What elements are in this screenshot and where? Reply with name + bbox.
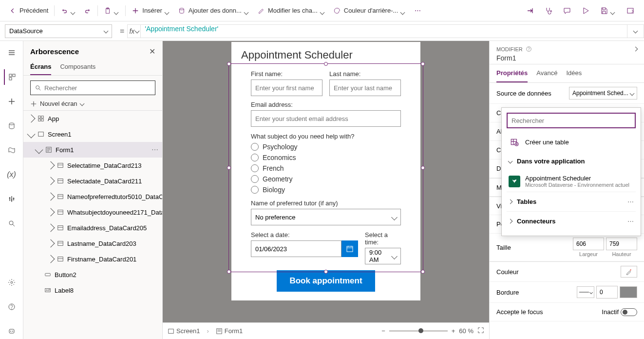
time-select[interactable]: 9:00 AM	[365, 248, 401, 264]
width-input[interactable]	[573, 238, 604, 250]
preview-button[interactable]	[577, 5, 594, 17]
border-style-select[interactable]	[577, 286, 594, 298]
tree-node-datacard[interactable]: Selectatime_DataCard213	[23, 158, 162, 173]
property-selector[interactable]: DataSource	[5, 24, 112, 38]
height-input[interactable]	[606, 238, 637, 250]
tree-node-label8[interactable]: Label8	[23, 282, 162, 298]
close-tree-button[interactable]: ✕	[149, 47, 155, 56]
publish-button[interactable]	[622, 5, 639, 17]
rail-tree[interactable]	[4, 69, 19, 85]
bg-color-button[interactable]: Couleur d'arrière-...	[329, 5, 410, 17]
add-data-button[interactable]: Ajouter des donn...	[174, 5, 253, 17]
back-button[interactable]: Précédent	[5, 5, 52, 17]
ellipsis-icon[interactable]: ⋯	[627, 198, 634, 205]
rail-settings[interactable]	[4, 275, 19, 290]
artboard[interactable]: Appointment Scheduler First	[231, 42, 420, 300]
border-width-input[interactable]	[596, 286, 618, 299]
tree-search[interactable]	[30, 80, 155, 95]
book-appointment-button[interactable]: Book appointment	[277, 270, 375, 292]
subject-option[interactable]: Economics	[251, 154, 401, 161]
zoom-in[interactable]: +	[452, 327, 455, 335]
chevron-right-icon[interactable]	[633, 47, 638, 52]
formula-expand[interactable]	[627, 24, 644, 38]
edit-fields-button[interactable]: Modifier les cha...	[253, 5, 329, 17]
tab-screens[interactable]: Écrans	[30, 59, 51, 75]
lastname-input[interactable]	[329, 80, 401, 96]
rail-search[interactable]	[4, 216, 19, 231]
tab-ideas[interactable]: Idées	[566, 64, 582, 82]
tree-node-datacard[interactable]: Nameofpreferredtutor5010_DataCard	[23, 189, 162, 204]
radio-input[interactable]	[251, 164, 259, 172]
tab-components[interactable]: Composants	[60, 59, 95, 75]
date-input[interactable]	[251, 240, 341, 257]
ds-item-appointment[interactable]: Appointment Scheduler Microsoft Datavers…	[507, 171, 636, 192]
ds-search[interactable]	[507, 113, 636, 128]
redo-button[interactable]	[80, 5, 95, 17]
zoom-control[interactable]: − + 60 %	[381, 327, 484, 335]
more-icon[interactable]: ⋯	[152, 146, 158, 154]
fx-button[interactable]: fx	[127, 24, 141, 38]
formula-input[interactable]: 'Appointment Scheduler'	[141, 24, 627, 38]
tree-node-datacard[interactable]: Selectadate_DataCard211	[23, 173, 162, 189]
paste-button[interactable]	[100, 5, 123, 17]
subject-option[interactable]: French	[251, 164, 401, 172]
app-title: Appointment Scheduler	[231, 42, 420, 65]
rail-insert[interactable]	[4, 94, 19, 109]
ds-in-app-section[interactable]: Dans votre application	[507, 152, 636, 171]
new-screen-button[interactable]: Nouvel écran	[23, 97, 162, 110]
color-picker[interactable]	[621, 266, 637, 278]
focus-toggle[interactable]	[621, 308, 637, 316]
fit-screen[interactable]	[477, 327, 484, 335]
tab-properties[interactable]: Propriétés	[496, 64, 528, 82]
radio-input[interactable]	[251, 186, 259, 194]
border-color[interactable]	[620, 286, 637, 298]
insert-button[interactable]: Insérer	[128, 5, 173, 17]
share-button[interactable]	[521, 5, 539, 17]
tree-node-datacard[interactable]: Firstname_DataCard201	[23, 251, 162, 267]
tree-node-button2[interactable]: Button2	[23, 267, 162, 282]
zoom-out[interactable]: −	[381, 327, 385, 335]
tree-node-app[interactable]: App	[23, 111, 162, 126]
radio-input[interactable]	[251, 143, 259, 151]
checker-button[interactable]	[540, 5, 557, 17]
prop-focus: Accepte le focus Inactif	[490, 303, 644, 321]
tree-node-form1[interactable]: Form1 ⋯	[23, 142, 162, 158]
tutor-select[interactable]: No preference	[251, 209, 401, 225]
tree-node-datacard[interactable]: Whatsubjectdoyouneed2171_DataCard	[23, 204, 162, 220]
tree-search-input[interactable]	[44, 84, 151, 92]
subject-option[interactable]: Psychology	[251, 143, 401, 151]
ds-create-table[interactable]: Créer une table	[507, 132, 636, 152]
firstname-input[interactable]	[251, 80, 322, 96]
rail-hamburger[interactable]	[4, 45, 19, 60]
ds-search-input[interactable]	[511, 117, 631, 124]
breadcrumb-form[interactable]: Form1	[216, 327, 243, 335]
tab-advanced[interactable]: Avancé	[536, 64, 557, 82]
ds-connectors-section[interactable]: Connecteurs ⋯	[507, 211, 636, 231]
rail-advanced[interactable]	[4, 191, 19, 207]
breadcrumb-screen[interactable]: Screen1	[168, 327, 200, 335]
undo-button[interactable]	[57, 5, 80, 17]
svg-rect-28	[58, 195, 63, 199]
datasource-select[interactable]: Appointment Sched...	[569, 87, 637, 100]
subject-option[interactable]: Geometry	[251, 175, 401, 183]
subject-option[interactable]: Biology	[251, 186, 401, 194]
rail-variables[interactable]: (x)	[4, 167, 19, 182]
radio-input[interactable]	[251, 175, 259, 183]
tree-node-datacard[interactable]: Lastname_DataCard203	[23, 236, 162, 251]
tree-node-screen1[interactable]: Screen1	[23, 126, 162, 142]
zoom-slider[interactable]	[389, 330, 448, 332]
datacard-icon	[57, 177, 64, 185]
rail-help[interactable]	[4, 299, 19, 315]
ellipsis-icon[interactable]: ⋯	[627, 218, 634, 225]
overflow-button[interactable]: ⋯	[410, 5, 425, 17]
save-button[interactable]	[595, 5, 621, 17]
calendar-icon[interactable]	[341, 240, 358, 257]
rail-data[interactable]	[4, 118, 19, 134]
radio-input[interactable]	[251, 154, 259, 161]
email-input[interactable]	[251, 110, 401, 127]
rail-virtual-agent[interactable]	[4, 323, 19, 339]
comments-button[interactable]	[558, 5, 576, 17]
tree-node-datacard[interactable]: Emailaddress_DataCard205	[23, 220, 162, 236]
rail-media[interactable]	[4, 142, 19, 158]
ds-tables-section[interactable]: Tables ⋯	[507, 192, 636, 211]
